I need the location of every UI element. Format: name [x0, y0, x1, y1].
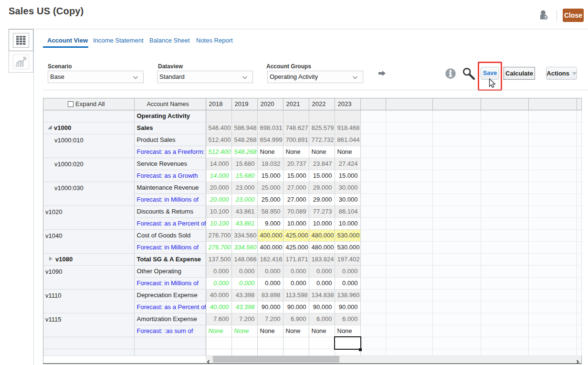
svg-text:?: ?: [544, 15, 546, 20]
